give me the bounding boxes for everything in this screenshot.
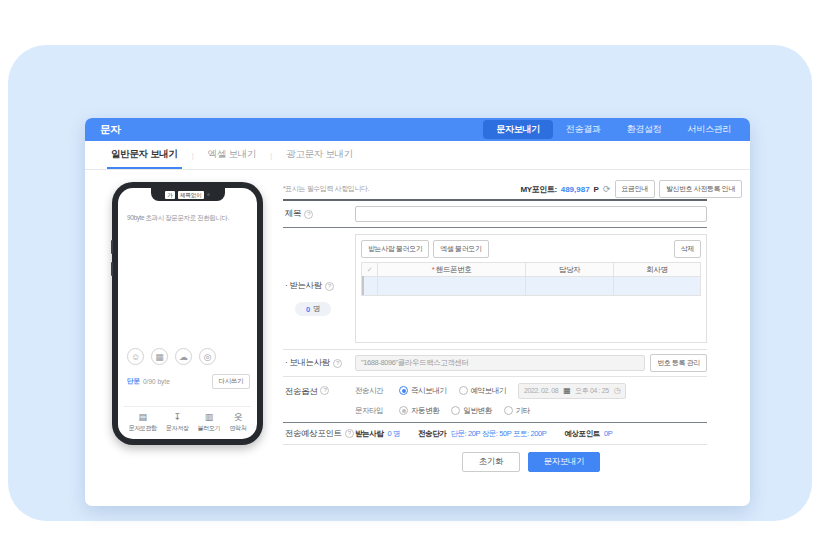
contact-icon: 웃 [233, 412, 242, 422]
column-phone: * 핸드폰번호 [378, 263, 526, 277]
menu-item-settings[interactable]: 환경설정 [614, 118, 675, 141]
send-options-row: 전송옵션 ? 전송시간 즉시보내기 예약보내기 2022. 02. 08 [283, 377, 707, 423]
load-icon: ▥ [205, 412, 214, 422]
message-save-button[interactable]: ↧ 문자저장 [166, 412, 188, 433]
contacts-button[interactable]: 웃 연락처 [229, 412, 246, 433]
radio-type-etc[interactable] [504, 406, 513, 415]
send-time-option: 전송시간 즉시보내기 예약보내기 2022. 02. 08 ▦ 오후 04 : … [355, 383, 707, 398]
radio-type-normal[interactable] [451, 406, 460, 415]
fee-guide-button[interactable]: 요금안내 [615, 180, 655, 198]
form-body: 제목 ? · 받는사람 ? 0명 [283, 199, 707, 472]
tab-excel-send[interactable]: 엑셀 보내기 [204, 141, 260, 169]
send-options-label: 전송옵션 ? [283, 383, 355, 398]
sender-label: · 보내는사람 ? [283, 357, 355, 369]
sender-row: · 보내는사람 ? 번호 등록 관리 [283, 350, 707, 377]
calendar-icon: ▦ [563, 387, 570, 395]
location-icon[interactable]: ◎ [199, 348, 216, 365]
app-header: 문자 문자보내기 전송결과 환경설정 서비스관리 [85, 118, 750, 141]
reset-button[interactable]: 초기화 [462, 452, 520, 472]
subject-label: 제목 ? [283, 208, 355, 220]
message-archive-button[interactable]: ▤ 문자보관함 [129, 412, 157, 433]
radio-send-reserved[interactable] [459, 386, 468, 395]
camera-dot [207, 193, 210, 196]
form-actions: 초기화 문자보내기 [355, 452, 707, 472]
estimate-points: 예상포인트 0P [564, 429, 612, 439]
archive-icon: ▤ [138, 412, 147, 422]
attachment-icons: ☺ ▦ ☁ ◎ [127, 348, 216, 365]
byte-counter-row: 단문 0/90 byte 다시쓰기 [127, 374, 250, 389]
select-all-header[interactable]: ✓ [362, 263, 378, 277]
column-company: 회사명 [614, 263, 701, 277]
manager-cell[interactable] [526, 277, 614, 296]
subject-input[interactable] [355, 206, 707, 222]
recipients-table: ✓ * 핸드폰번호 담당자 회사명 [361, 262, 701, 296]
recipients-label: · 받는사람 ? 0명 [283, 228, 355, 349]
load-recipients-button[interactable]: 받는사람 불러오기 [361, 240, 429, 258]
message-load-button[interactable]: ▥ 불러오기 [198, 412, 220, 433]
radio-type-auto[interactable] [399, 406, 408, 415]
image-icon[interactable]: ▦ [151, 348, 168, 365]
estimate-row: 전송예상포인트 ? 받는사람 0 명 전송단가 단문: 20P 장문: 50P … [283, 423, 707, 445]
clock-icon: ◷ [614, 387, 621, 395]
tab-divider: | [182, 141, 204, 169]
phone-side-button [111, 262, 113, 276]
help-icon[interactable]: ? [320, 386, 329, 395]
emoji-icon[interactable]: ☺ [127, 348, 144, 365]
help-icon[interactable]: ? [345, 429, 354, 438]
help-icon[interactable]: ? [304, 210, 313, 219]
byte-limit-notice: 90byte 초과시 장문문자로 전환됩니다. [118, 214, 257, 223]
form-info-row: *표시는 필수입력 사항입니다. MY포인트: 489,987 P ⟳ 요금안내… [283, 180, 742, 198]
phone-toolbar: ▤ 문자보관함 ↧ 문자저장 ▥ 불러오기 웃 연락처 [124, 406, 251, 433]
tab-general-sms[interactable]: 일반문자 보내기 [107, 141, 182, 169]
message-type-label: 단문 [127, 377, 140, 386]
estimate-recipients: 받는사람 0 명 [355, 429, 400, 439]
company-cell[interactable] [614, 277, 701, 296]
check-icon: ✓ [367, 266, 372, 273]
recipients-row: · 받는사람 ? 0명 받는사람 불러오기 엑셀 불러오기 삭제 [283, 228, 707, 350]
phone-screen: 가 제목없이 90byte 초과시 장문문자로 전환됩니다. ☺ ▦ ☁ ◎ 단… [118, 188, 257, 439]
sender-number-input[interactable] [355, 355, 645, 371]
recipient-empty-row [362, 277, 701, 296]
date-value: 2022. 02. 08 [524, 387, 558, 394]
phone-cell[interactable] [378, 277, 526, 296]
help-icon[interactable]: ? [333, 359, 342, 368]
row-checkbox-cell [362, 277, 378, 296]
time-value: 오후 04 : 25 [575, 386, 608, 396]
recipients-box: 받는사람 불러오기 엑셀 불러오기 삭제 ✓ * 핸드폰번호 담당자 회사 [355, 234, 707, 343]
message-type-option: 문자타입 자동변환 일반변환 기타 [355, 403, 707, 418]
estimate-label: 전송예상포인트 ? [283, 428, 355, 440]
my-points: MY포인트: 489,987 P ⟳ 요금안내 발신번호 사전등록 안내 [520, 180, 742, 198]
cloud-icon[interactable]: ☁ [175, 348, 192, 365]
subject-row: 제목 ? [283, 201, 707, 228]
sender-registration-guide-button[interactable]: 발신번호 사전등록 안내 [659, 180, 742, 198]
save-icon: ↧ [173, 412, 181, 422]
delete-recipients-button[interactable]: 삭제 [674, 240, 701, 258]
row-checkbox[interactable] [362, 276, 364, 295]
phone-preview: 가 제목없이 90byte 초과시 장문문자로 전환됩니다. ☺ ▦ ☁ ◎ 단… [112, 182, 263, 445]
estimate-unit-price: 전송단가 단문: 20P 장문: 50P 포토: 200P [418, 429, 546, 439]
tab-ad-sms[interactable]: 광고문자 보내기 [282, 141, 357, 169]
phone-side-button [111, 240, 113, 254]
help-icon[interactable]: ? [325, 282, 334, 291]
tab-divider: | [260, 141, 282, 169]
recipient-count-badge: 0명 [295, 302, 331, 316]
menu-item-send-results[interactable]: 전송결과 [553, 118, 614, 141]
column-manager: 담당자 [526, 263, 614, 277]
compose-form: *표시는 필수입력 사항입니다. MY포인트: 489,987 P ⟳ 요금안내… [283, 180, 742, 472]
page-title: 문자 [100, 123, 120, 137]
menu-item-service-mgmt[interactable]: 서비스관리 [674, 118, 744, 141]
schedule-datetime-input[interactable]: 2022. 02. 08 ▦ 오후 04 : 25 ◷ [518, 383, 626, 399]
main-content: 가 제목없이 90byte 초과시 장문문자로 전환됩니다. ☺ ▦ ☁ ◎ 단… [85, 170, 750, 506]
menu-item-send-sms[interactable]: 문자보내기 [483, 120, 553, 139]
send-sms-button[interactable]: 문자보내기 [528, 452, 600, 472]
font-size-chip: 가 [165, 191, 175, 199]
points-value: 489,987 [561, 185, 590, 194]
sender-number-manage-button[interactable]: 번호 등록 관리 [650, 354, 707, 372]
rewrite-button[interactable]: 다시쓰기 [212, 374, 250, 389]
load-excel-button[interactable]: 엑셀 불러오기 [433, 240, 488, 258]
radio-send-now[interactable] [399, 386, 408, 395]
byte-counter: 0/90 byte [143, 378, 170, 385]
app-window: 문자 문자보내기 전송결과 환경설정 서비스관리 일반문자 보내기 | 엑셀 보… [85, 118, 750, 506]
subject-chip: 제목없이 [178, 191, 204, 199]
refresh-icon[interactable]: ⟳ [603, 185, 611, 194]
